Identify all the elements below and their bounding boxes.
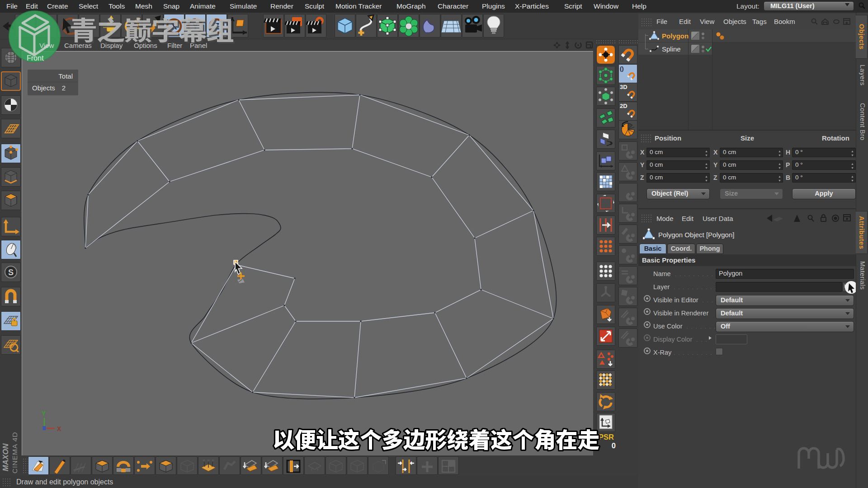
svg-text:Y: Y [42,410,46,417]
svg-text:X: X [57,425,61,432]
svg-text:S: S [8,268,14,277]
